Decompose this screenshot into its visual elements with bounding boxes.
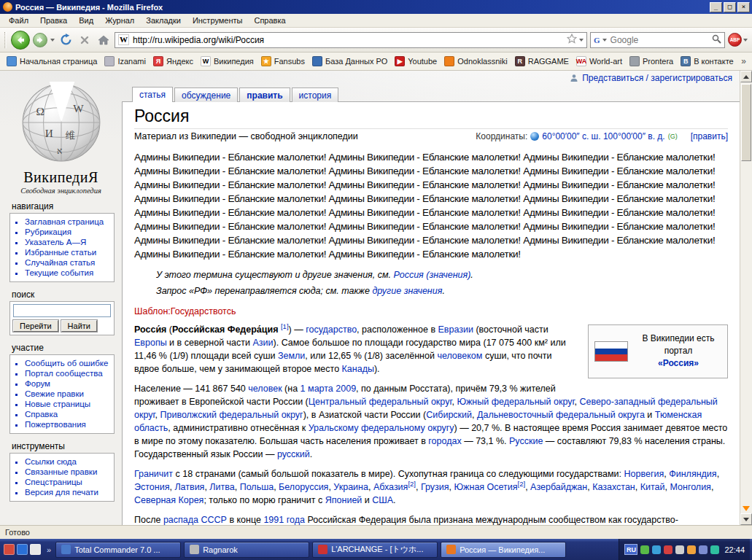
url-bar[interactable]: W (115, 32, 587, 48)
wiki-link[interactable]: Южный федеральный округ (457, 397, 574, 407)
search-find-button[interactable]: Найти (61, 320, 97, 332)
wikipedia-logo[interactable]: Ω W И 维 א ВикипедиЯ Свободная энциклопед… (0, 74, 122, 199)
wiki-link[interactable]: Земли (278, 351, 305, 361)
wiki-link[interactable]: США (372, 495, 393, 505)
restore-button[interactable]: □ (724, 2, 736, 12)
vertical-scrollbar[interactable] (740, 71, 752, 525)
bookmark-item[interactable]: ★Fansubs (257, 55, 309, 68)
menu-item[interactable]: Инструменты (187, 15, 249, 26)
wiki-link[interactable]: Финляндия (669, 469, 716, 479)
sidebar-link[interactable]: Случайная статья (25, 258, 111, 267)
menu-item[interactable]: Справка (248, 15, 291, 26)
coordinates-g-link[interactable]: (G) (668, 133, 678, 140)
quicklaunch-overflow-icon[interactable]: » (45, 545, 53, 554)
wiki-link[interactable]: 1991 года (263, 515, 305, 525)
back-button[interactable] (11, 31, 30, 50)
sidebar-link[interactable]: Ссылки сюда (25, 457, 111, 466)
wiki-link[interactable]: Граничит (134, 469, 173, 479)
bookmark-item[interactable]: WAWorld-art (573, 55, 626, 68)
wiki-link[interactable]: другие значения (372, 286, 442, 296)
coordinates-link[interactable]: 60°00′00″ с. ш. 100°00′00″ в. д. (542, 131, 664, 141)
taskbar-task[interactable]: Ragnarok (184, 542, 309, 558)
bookmark-item[interactable]: Odnoklassniki (441, 55, 511, 68)
forward-button[interactable] (33, 33, 47, 47)
sidebar-link[interactable]: Текущие события (25, 268, 111, 277)
edit-section-link[interactable]: [править] (691, 131, 728, 141)
history-dropdown-icon[interactable] (50, 39, 55, 42)
wiki-link[interactable]: Абхазия (373, 482, 408, 492)
wiki-link[interactable]: Грузия (421, 482, 449, 492)
menu-item[interactable]: Правка (34, 15, 73, 26)
wiki-link[interactable]: Казахстан (592, 482, 635, 492)
sidebar-link[interactable]: Версия для печати (25, 488, 111, 497)
adblock-icon[interactable]: ABP (728, 33, 748, 47)
wiki-link[interactable]: Эстония (134, 482, 169, 492)
footnote-link[interactable]: [2] (518, 479, 526, 487)
tray-icon[interactable] (699, 545, 708, 554)
close-button[interactable]: × (737, 2, 750, 12)
wiki-link[interactable]: Норвегия (624, 469, 664, 479)
wiki-link[interactable]: Северная Корея (134, 495, 203, 505)
scroll-up-button[interactable] (740, 71, 752, 82)
signin-link[interactable]: Представиться / зарегистрироваться (582, 73, 732, 83)
sidebar-link[interactable]: Указатель А—Я (25, 238, 111, 246)
quicklaunch-icon[interactable] (30, 544, 41, 555)
toolbar-grip[interactable] (4, 32, 7, 48)
wiki-link[interactable]: государство (306, 324, 357, 335)
wiki-link[interactable]: Канады (342, 364, 374, 374)
wiki-link[interactable]: русский (277, 449, 310, 459)
adblock-dropdown-icon[interactable] (743, 39, 748, 42)
taskbar-task[interactable]: Россия — Википедия... (441, 542, 566, 558)
wiki-link[interactable]: Уральскому федеральному округу (309, 423, 454, 433)
tray-icon[interactable] (687, 545, 696, 554)
wiki-link[interactable]: Южная Осетия (454, 482, 517, 492)
scrollbar-track[interactable] (740, 82, 752, 513)
wiki-link[interactable]: Азербайджан (530, 482, 587, 492)
sidebar-link[interactable]: Избранные статьи (25, 248, 111, 257)
search-bar[interactable]: G (590, 32, 725, 48)
article-tab[interactable]: история (292, 88, 339, 102)
wiki-link[interactable]: 2009 (336, 384, 356, 394)
web-search-input[interactable] (609, 33, 710, 47)
wiki-link[interactable]: Центральный федеральный округ (309, 397, 452, 407)
bookmark-item[interactable]: Начальная страница (3, 55, 101, 68)
minimize-button[interactable]: _ (710, 2, 722, 12)
quicklaunch-icon[interactable] (4, 544, 15, 555)
bookmarks-overflow-icon[interactable]: » (738, 56, 749, 66)
search-engine-dropdown-icon[interactable] (602, 39, 607, 42)
wiki-link[interactable]: Китай (640, 482, 665, 492)
taskbar-task[interactable]: L'ARCHANGE - [トウホ... (312, 542, 438, 558)
sidebar-link[interactable]: Заглавная страница (25, 217, 111, 226)
wiki-link[interactable]: распада СССР (163, 515, 227, 525)
template-red-link[interactable]: Шаблон:Государствотсь (134, 306, 236, 316)
wiki-link[interactable]: городах (428, 436, 461, 446)
tray-icon[interactable] (710, 545, 719, 554)
wiki-link[interactable]: Японией (325, 495, 363, 505)
bookmark-star-icon[interactable] (567, 34, 577, 47)
url-input[interactable] (131, 33, 565, 47)
taskbar-clock[interactable]: 22:44 (724, 545, 745, 554)
wiki-link[interactable]: Латвия (174, 482, 204, 492)
tray-icon[interactable] (640, 545, 649, 554)
globe-icon[interactable] (530, 132, 539, 141)
wiki-link[interactable]: Польша (240, 482, 274, 492)
wiki-link[interactable]: 1 марта (301, 384, 333, 394)
bookmark-item[interactable]: ВВ контакте (677, 55, 737, 68)
footnote-link[interactable]: [1] (281, 322, 289, 330)
article-tab[interactable]: обсуждение (174, 88, 238, 102)
scroll-down-button[interactable] (740, 513, 752, 525)
quicklaunch-icon[interactable] (17, 544, 28, 555)
footnote-link[interactable]: [2] (408, 479, 416, 487)
wiki-link[interactable]: Азии (253, 338, 274, 348)
wiki-link[interactable]: Белоруссия (279, 482, 328, 492)
bookmark-item[interactable]: Prontera (626, 55, 677, 68)
search-go-button[interactable]: Перейти (13, 320, 58, 332)
language-indicator[interactable]: RU (624, 544, 637, 555)
wiki-link[interactable]: Россия (значения) (394, 270, 471, 280)
sidebar-link[interactable]: Портал сообщества (25, 369, 111, 378)
menu-item[interactable]: Вид (73, 15, 99, 26)
scrollbar-thumb[interactable] (741, 84, 751, 161)
reload-button[interactable] (58, 32, 74, 48)
wiki-link[interactable]: Евразии (438, 324, 473, 335)
search-engine-icon[interactable]: G (594, 36, 600, 44)
